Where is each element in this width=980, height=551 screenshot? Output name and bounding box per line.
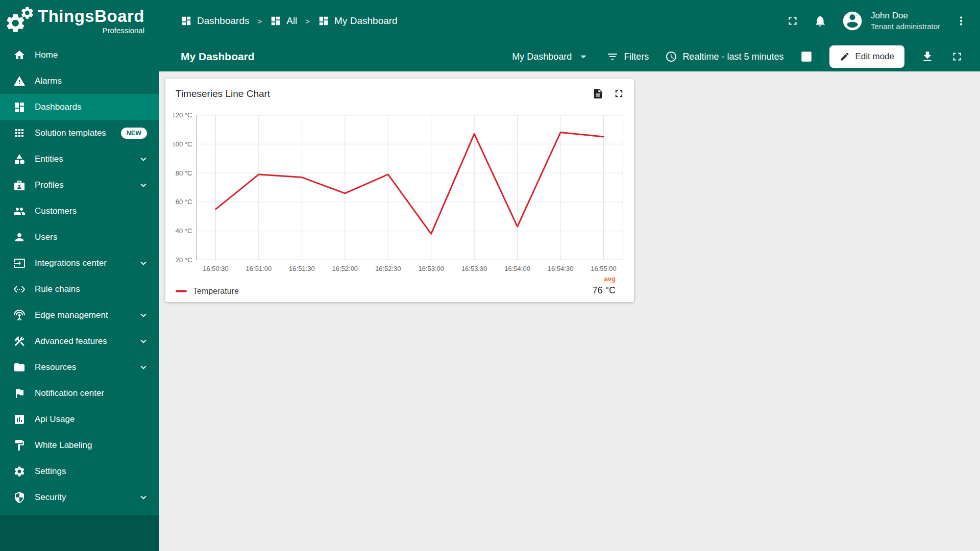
dashboard-select[interactable]: My Dashboard [512,50,590,63]
warning-icon [13,75,26,87]
sidebar-item-label: Home [35,50,149,60]
toolbar-fullscreen-button[interactable] [950,50,964,63]
sidebar-item-resources[interactable]: Resources [0,354,159,380]
breadcrumb-separator: > [305,17,310,26]
header-actions: John Doe Tenant administrator [786,10,968,32]
sidebar-item-label: Resources [35,362,138,372]
sidebar-item-notification-center[interactable]: Notification center [0,380,159,406]
sidebar-item-label: White Labeling [35,440,149,450]
more-menu-button[interactable] [954,14,968,28]
user-role: Tenant administrator [871,21,940,32]
breadcrumb-label: Dashboards [197,15,249,27]
timewindow-label: Realtime - last 5 minutes [682,52,783,62]
widget-fullscreen-button[interactable] [613,88,625,99]
svg-text:16:54:00: 16:54:00 [504,265,530,272]
chart-icon [13,413,26,425]
folder-icon [13,361,26,373]
ethernet-icon [13,283,26,295]
svg-text:80 °C: 80 °C [176,169,192,177]
dashboard-content: Timeseries Line Chart 120 °C100 °C80 °C6… [159,71,980,551]
paint-icon [13,439,26,452]
sidebar-item-edge-management[interactable]: Edge management [0,302,159,328]
construction-icon [13,335,26,347]
filters-label: Filters [624,52,649,62]
sidebar-item-white-labeling[interactable]: White Labeling [0,432,159,458]
user-info: John Doe Tenant administrator [871,10,940,32]
timeseries-chart[interactable]: 120 °C100 °C80 °C60 °C40 °C20 °C16:50:30… [174,111,626,273]
filters-button[interactable]: Filters [606,51,649,63]
sidebar-item-integrations-center[interactable]: Integrations center [0,250,159,276]
bell-icon [814,14,827,28]
edit-mode-label: Edit mode [855,52,894,62]
sidebar-item-label: Security [35,492,138,503]
sidebar-item-settings[interactable]: Settings [0,458,159,484]
breadcrumb-item-2[interactable]: My Dashboard [318,15,398,27]
sidebar-item-api-usage[interactable]: Api Usage [0,406,159,432]
svg-text:16:51:00: 16:51:00 [246,265,272,272]
main-area: Dashboards>All>My Dashboard John Doe Ten… [159,0,980,551]
sidebar-item-entities[interactable]: Entities [0,146,159,172]
timewindow-button[interactable]: Realtime - last 5 minutes [665,51,783,63]
sidebar-item-advanced-features[interactable]: Advanced features [0,328,159,354]
sidebar-item-label: Users [35,232,149,242]
sidebar-item-security[interactable]: Security [0,484,159,510]
sidebar-item-customers[interactable]: Customers [0,198,159,224]
legend-series-dash [176,290,187,292]
sidebar-item-label: Integrations center [35,258,138,268]
sidebar-item-label: Settings [35,466,149,477]
fullscreen-button[interactable] [786,14,799,28]
svg-text:16:53:30: 16:53:30 [461,265,487,272]
sidebar-item-profiles[interactable]: Profiles [0,172,159,198]
breadcrumb-item-1[interactable]: All [270,15,297,27]
dashboard-toolbar: My Dashboard My Dashboard Filters Realti… [159,42,980,71]
chevron-down-icon [138,362,149,373]
top-header: Dashboards>All>My Dashboard John Doe Ten… [159,0,980,42]
svg-text:20 °C: 20 °C [176,256,192,264]
sidebar-item-label: Dashboards [35,102,149,112]
sidebar-item-dashboards[interactable]: Dashboards [0,94,159,120]
dashboard-select-value: My Dashboard [512,52,572,62]
breadcrumb: Dashboards>All>My Dashboard [181,15,398,27]
breadcrumb-item-0[interactable]: Dashboards [181,15,249,27]
chevron-down-icon [138,180,149,191]
breadcrumb-label: My Dashboard [334,15,398,27]
export-widget-data-button[interactable] [592,88,604,99]
timeseries-widget-card: Timeseries Line Chart 120 °C100 °C80 °C6… [165,79,634,302]
home-icon [13,49,26,61]
svg-text:16:50:30: 16:50:30 [203,265,229,272]
legend-item-temperature[interactable]: Temperature [176,287,239,296]
user-avatar[interactable] [841,10,864,32]
notifications-button[interactable] [814,14,827,28]
breadcrumb-separator: > [257,17,262,26]
widget-title: Timeseries Line Chart [176,88,270,99]
edit-mode-button[interactable]: Edit mode [829,45,904,68]
security-icon [13,491,26,504]
dashboard-image-button[interactable] [800,50,813,63]
legend-series-label: Temperature [193,287,239,296]
chart-legend: Temperature avg 76 °C [165,273,634,302]
sidebar-item-solution-templates[interactable]: Solution templatesNEW [0,120,159,146]
chart-area: 120 °C100 °C80 °C60 °C40 °C20 °C16:50:30… [165,99,634,273]
sidebar-item-home[interactable]: Home [0,42,159,68]
download-dashboard-button[interactable] [921,50,934,63]
sidebar-item-alarms[interactable]: Alarms [0,68,159,94]
sidebar-item-rule-chains[interactable]: Rule chains [0,276,159,302]
legend-aggregation: avg 76 °C [593,275,616,296]
image-icon [800,50,813,63]
sidebar-item-label: Alarms [35,76,149,86]
widget-actions [592,88,625,99]
file-export-icon [592,88,604,99]
sidebar-item-label: Customers [35,206,149,216]
sidebar-item-users[interactable]: Users [0,224,159,250]
sidebar: ThingsBoard Professional HomeAlarmsDashb… [0,0,159,551]
sidebar-item-label: Entities [35,154,138,164]
sidebar-item-label: Edge management [35,310,138,320]
antenna-icon [13,309,26,321]
sidebar-item-label: Rule chains [35,284,149,294]
chevron-down-icon [138,492,149,503]
svg-text:16:51:30: 16:51:30 [289,265,315,272]
thingsboard-logo[interactable]: ThingsBoard Professional [0,0,159,42]
account-circle-icon [841,10,864,32]
svg-text:40 °C: 40 °C [176,227,192,235]
kebab-icon [954,14,968,28]
